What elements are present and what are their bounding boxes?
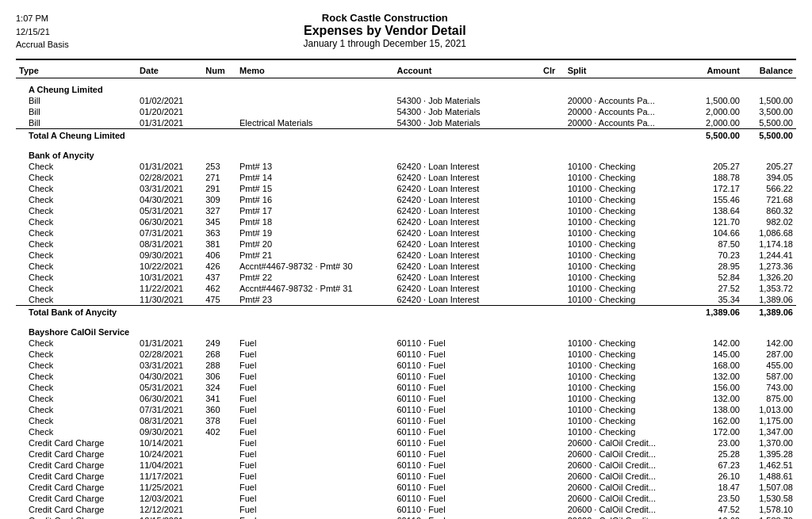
row-type: Check xyxy=(16,161,136,172)
row-memo: Accnt#4467-98732 · Pmt# 31 xyxy=(236,283,393,294)
table-row: Check 08/31/2021 381 Pmt# 20 62420 · Loa… xyxy=(16,239,796,250)
row-type: Check xyxy=(16,283,136,294)
row-memo: Pmt# 19 xyxy=(236,227,393,239)
row-balance: 1,244.41 xyxy=(743,250,796,261)
row-clr xyxy=(540,294,565,306)
row-type: Check xyxy=(16,250,136,261)
row-type: Check xyxy=(16,371,136,382)
row-balance: 721.68 xyxy=(743,194,796,205)
row-memo: Fuel xyxy=(236,515,393,519)
row-type: Check xyxy=(16,216,136,227)
row-clr xyxy=(540,106,565,117)
row-amount: 205.27 xyxy=(690,161,743,172)
row-balance: 743.00 xyxy=(743,382,796,393)
row-clr xyxy=(540,172,565,183)
row-balance: 1,326.20 xyxy=(743,272,796,283)
row-split: 20000 · Accounts Pa... xyxy=(565,117,690,129)
row-split: 10100 · Checking xyxy=(565,360,690,371)
row-memo: Pmt# 22 xyxy=(236,272,393,283)
row-amount: 2,000.00 xyxy=(690,117,743,129)
row-split: 10100 · Checking xyxy=(565,404,690,415)
row-memo: Pmt# 15 xyxy=(236,183,393,194)
table-row: Check 11/30/2021 475 Pmt# 23 62420 · Loa… xyxy=(16,294,796,306)
row-memo: Fuel xyxy=(236,404,393,415)
row-amount: 10.60 xyxy=(690,515,743,519)
total-balance: 1,389.06 xyxy=(743,306,796,319)
table-row: Credit Card Charge 12/12/2021 Fuel 60110… xyxy=(16,504,796,515)
row-balance: 1,588.70 xyxy=(743,515,796,519)
row-num: 462 xyxy=(202,283,236,294)
row-account: 54300 · Job Materials xyxy=(393,117,540,129)
row-balance: 1,175.00 xyxy=(743,415,796,426)
row-memo: Pmt# 17 xyxy=(236,205,393,216)
row-num xyxy=(202,482,236,493)
row-date: 03/31/2021 xyxy=(136,360,202,371)
row-amount: 18.47 xyxy=(690,482,743,493)
row-account: 62420 · Loan Interest xyxy=(393,227,540,239)
row-clr xyxy=(540,183,565,194)
row-date: 12/12/2021 xyxy=(136,504,202,515)
row-memo: Fuel xyxy=(236,504,393,515)
report-table: Type Date Num Memo Account Clr Split Amo… xyxy=(16,63,796,519)
row-clr xyxy=(540,371,565,382)
row-split: 10100 · Checking xyxy=(565,283,690,294)
table-row: Bill 01/02/2021 54300 · Job Materials 20… xyxy=(16,95,796,106)
row-amount: 168.00 xyxy=(690,360,743,371)
row-clr xyxy=(540,471,565,482)
row-split: 10100 · Checking xyxy=(565,183,690,194)
row-type: Credit Card Charge xyxy=(16,482,136,493)
row-type: Check xyxy=(16,205,136,216)
total-label: Total A Cheung Limited xyxy=(16,129,690,142)
row-amount: 188.78 xyxy=(690,172,743,183)
row-date: 04/30/2021 xyxy=(136,194,202,205)
report-title: Expenses by Vendor Detail xyxy=(304,24,466,38)
row-num xyxy=(202,493,236,504)
row-memo: Pmt# 16 xyxy=(236,194,393,205)
row-date: 10/22/2021 xyxy=(136,261,202,272)
vendor-header: Bank of Anycity xyxy=(16,144,796,161)
row-account: 62420 · Loan Interest xyxy=(393,205,540,216)
row-balance: 142.00 xyxy=(743,338,796,349)
row-split: 20600 · CalOil Credit... xyxy=(565,515,690,519)
row-balance: 1,395.28 xyxy=(743,448,796,460)
row-split: 10100 · Checking xyxy=(565,161,690,172)
row-split: 10100 · Checking xyxy=(565,172,690,183)
row-balance: 1,370.00 xyxy=(743,437,796,448)
row-date: 11/04/2021 xyxy=(136,460,202,471)
row-date: 08/31/2021 xyxy=(136,415,202,426)
row-amount: 132.00 xyxy=(690,371,743,382)
row-memo: Pmt# 13 xyxy=(236,161,393,172)
row-clr xyxy=(540,338,565,349)
row-date: 01/31/2021 xyxy=(136,338,202,349)
row-clr xyxy=(540,404,565,415)
row-clr xyxy=(540,382,565,393)
row-date: 03/31/2021 xyxy=(136,183,202,194)
row-memo: Fuel xyxy=(236,371,393,382)
row-account: 60110 · Fuel xyxy=(393,460,540,471)
row-balance: 205.27 xyxy=(743,161,796,172)
row-clr xyxy=(540,216,565,227)
table-row: Check 05/31/2021 324 Fuel 60110 · Fuel 1… xyxy=(16,382,796,393)
row-clr xyxy=(540,415,565,426)
meta-bar: 1:07 PM 12/15/21 Accrual Basis Rock Cast… xyxy=(16,12,796,55)
row-amount: 28.95 xyxy=(690,261,743,272)
row-clr xyxy=(540,95,565,106)
row-type: Check xyxy=(16,294,136,306)
row-account: 60110 · Fuel xyxy=(393,382,540,393)
table-row: Check 10/22/2021 426 Accnt#4467-98732 · … xyxy=(16,261,796,272)
row-account: 60110 · Fuel xyxy=(393,437,540,448)
row-num xyxy=(202,117,236,129)
row-num: 363 xyxy=(202,227,236,239)
table-row: Credit Card Charge 12/03/2021 Fuel 60110… xyxy=(16,493,796,504)
row-num: 271 xyxy=(202,172,236,183)
row-balance: 1,462.51 xyxy=(743,460,796,471)
company-name: Rock Castle Construction xyxy=(304,12,466,24)
row-memo: Pmt# 21 xyxy=(236,250,393,261)
date-label: 12/15/21 xyxy=(16,25,69,39)
row-num: 306 xyxy=(202,371,236,382)
basis-label: Accrual Basis xyxy=(16,38,69,52)
row-memo: Fuel xyxy=(236,349,393,360)
table-row: Check 03/31/2021 291 Pmt# 15 62420 · Loa… xyxy=(16,183,796,194)
row-num: 378 xyxy=(202,415,236,426)
row-amount: 155.46 xyxy=(690,194,743,205)
